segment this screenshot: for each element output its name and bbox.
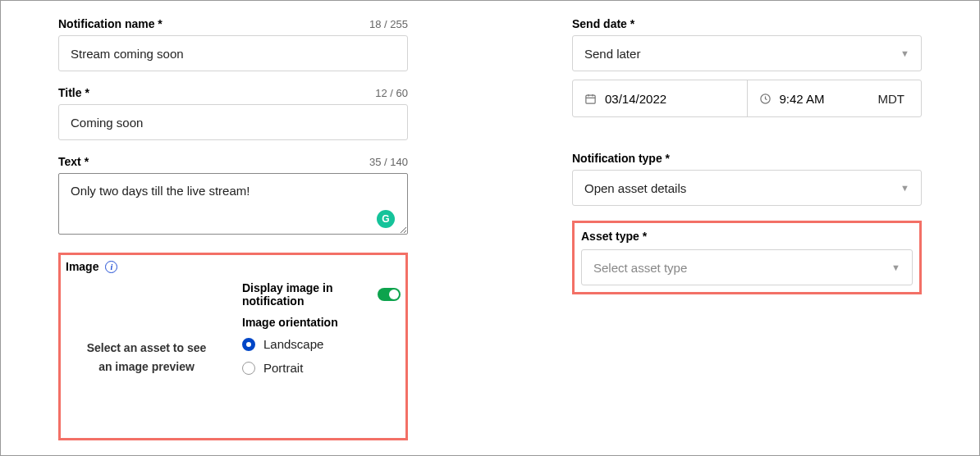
notification-name-counter: 18 / 255 bbox=[369, 18, 408, 30]
orientation-landscape-radio[interactable]: Landscape bbox=[242, 337, 401, 351]
send-date-label: Send date * bbox=[572, 17, 634, 30]
send-date-group: Send date * Send later ▼ 03/14/2022 9:4 bbox=[572, 17, 922, 117]
orientation-portrait-label: Portrait bbox=[263, 361, 303, 375]
notification-type-group: Notification type * Open asset details ▼ bbox=[572, 152, 922, 206]
info-icon[interactable]: i bbox=[105, 261, 117, 273]
chevron-down-icon: ▼ bbox=[900, 48, 909, 58]
chevron-down-icon: ▼ bbox=[900, 183, 909, 193]
title-input[interactable] bbox=[58, 104, 408, 140]
clock-icon bbox=[759, 93, 772, 105]
calendar-icon bbox=[584, 93, 597, 105]
date-value: 03/14/2022 bbox=[605, 92, 666, 106]
date-picker[interactable]: 03/14/2022 bbox=[573, 80, 748, 116]
asset-type-label: Asset type * bbox=[581, 230, 647, 243]
left-column: Notification name * 18 / 255 Title * 12 … bbox=[58, 17, 408, 440]
notification-type-select[interactable]: Open asset details ▼ bbox=[572, 170, 922, 206]
timezone-value: MDT bbox=[878, 92, 910, 106]
title-group: Title * 12 / 60 bbox=[58, 86, 408, 140]
title-counter: 12 / 60 bbox=[375, 87, 408, 99]
display-image-toggle[interactable] bbox=[378, 288, 401, 301]
send-date-value: Send later bbox=[584, 47, 640, 61]
notification-name-input[interactable] bbox=[58, 35, 408, 71]
asset-type-select[interactable]: Select asset type ▼ bbox=[581, 249, 913, 285]
svg-rect-0 bbox=[586, 95, 595, 103]
orientation-landscape-label: Landscape bbox=[263, 337, 323, 351]
notification-type-value: Open asset details bbox=[584, 181, 686, 195]
image-preview-box: Select an asset to see an image preview bbox=[66, 281, 227, 433]
text-counter: 35 / 140 bbox=[369, 156, 408, 168]
right-column: Send date * Send later ▼ 03/14/2022 9:4 bbox=[572, 17, 922, 440]
image-controls: Display image in notification Image orie… bbox=[242, 281, 401, 433]
asset-type-highlight: Asset type * Select asset type ▼ bbox=[572, 221, 922, 294]
time-value: 9:42 AM bbox=[780, 92, 825, 106]
notification-name-group: Notification name * 18 / 255 bbox=[58, 17, 408, 71]
text-textarea[interactable] bbox=[58, 173, 408, 235]
orientation-label: Image orientation bbox=[242, 316, 401, 329]
image-label: Image bbox=[66, 260, 98, 273]
asset-type-placeholder: Select asset type bbox=[593, 261, 687, 275]
grammarly-icon: G bbox=[377, 210, 395, 228]
title-label: Title * bbox=[58, 86, 89, 99]
notification-name-label: Notification name * bbox=[58, 17, 163, 30]
orientation-portrait-radio[interactable]: Portrait bbox=[242, 361, 401, 375]
display-toggle-label: Display image in notification bbox=[242, 281, 378, 308]
notification-type-label: Notification type * bbox=[572, 152, 670, 165]
send-date-select[interactable]: Send later ▼ bbox=[572, 35, 922, 71]
text-label: Text * bbox=[58, 155, 89, 168]
chevron-down-icon: ▼ bbox=[891, 262, 900, 272]
radio-checked-icon bbox=[242, 338, 255, 351]
image-preview-text: Select an asset to see an image preview bbox=[82, 339, 211, 376]
datetime-row: 03/14/2022 9:42 AM MDT bbox=[572, 80, 922, 117]
time-picker[interactable]: 9:42 AM MDT bbox=[748, 80, 922, 116]
text-group: Text * 35 / 140 G bbox=[58, 155, 408, 238]
radio-unchecked-icon bbox=[242, 362, 255, 375]
image-section-highlight: Image i Select an asset to see an image … bbox=[58, 253, 408, 440]
